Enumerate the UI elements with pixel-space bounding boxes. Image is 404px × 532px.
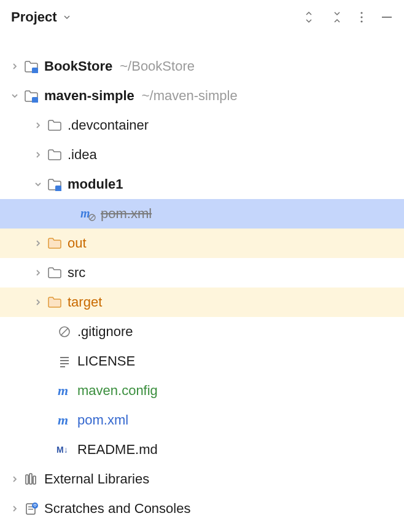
svg-rect-21 — [33, 476, 36, 484]
ignore-file-icon — [56, 325, 72, 338]
svg-point-2 — [360, 20, 362, 22]
tree-item-src[interactable]: src — [0, 258, 404, 288]
tree-label: pom.xml — [101, 206, 152, 222]
svg-point-1 — [360, 16, 362, 18]
chevron-down-icon — [62, 12, 72, 22]
maven-icon: m — [56, 384, 72, 397]
tree-item-bookstore[interactable]: BookStore ~/BookStore — [0, 52, 404, 81]
chevron-down-icon[interactable] — [34, 181, 47, 188]
tree-item-module1[interactable]: module1 — [0, 170, 404, 199]
tree-item-maven-config[interactable]: m maven.config — [0, 376, 404, 405]
tree-label: .idea — [68, 147, 97, 163]
chevron-right-icon[interactable] — [34, 122, 47, 129]
tree-label: out — [68, 235, 87, 251]
folder-icon — [47, 119, 63, 131]
svg-text:m: m — [58, 384, 68, 397]
project-tree: BookStore ~/BookStore maven-simple ~/mav… — [0, 34, 404, 523]
tree-item-scratches[interactable]: Scratches and Consoles — [0, 494, 404, 523]
project-title-group[interactable]: Project — [11, 9, 72, 25]
markdown-icon: M↓ — [56, 444, 72, 455]
maven-ignored-icon: m — [80, 206, 96, 221]
module-folder-icon — [23, 89, 39, 103]
tree-item-external-libraries[interactable]: External Libraries — [0, 464, 404, 494]
tree-label: .gitignore — [77, 324, 133, 340]
tree-item-idea[interactable]: .idea — [0, 140, 404, 170]
excluded-folder-icon — [47, 296, 63, 308]
project-title: Project — [11, 9, 57, 25]
tree-item-target[interactable]: target — [0, 288, 404, 317]
tree-item-module1-pom[interactable]: m pom.xml — [0, 199, 404, 229]
tree-label: External Libraries — [44, 471, 149, 487]
svg-point-0 — [360, 12, 362, 14]
chevron-down-icon[interactable] — [11, 92, 23, 100]
tree-item-license[interactable]: LICENSE — [0, 346, 404, 376]
more-icon[interactable] — [360, 11, 363, 23]
tree-label: .devcontainer — [68, 117, 149, 133]
svg-text:m: m — [80, 206, 90, 220]
tree-item-pom[interactable]: m pom.xml — [0, 405, 404, 435]
project-header: Project — [0, 0, 404, 34]
chevron-right-icon[interactable] — [11, 475, 23, 483]
collapse-all-icon[interactable] — [332, 10, 343, 24]
chevron-right-icon[interactable] — [11, 63, 23, 70]
tree-item-gitignore[interactable]: .gitignore — [0, 317, 404, 346]
chevron-right-icon[interactable] — [34, 151, 47, 158]
chevron-right-icon[interactable] — [11, 505, 23, 512]
chevron-right-icon[interactable] — [34, 299, 47, 306]
svg-text:m: m — [58, 413, 68, 427]
svg-rect-19 — [26, 475, 28, 484]
svg-text:M↓: M↓ — [56, 445, 68, 455]
chevron-right-icon[interactable] — [34, 240, 47, 247]
tree-item-devcontainer[interactable]: .devcontainer — [0, 111, 404, 140]
tree-path: ~/BookStore — [120, 58, 195, 74]
tree-label: module1 — [68, 176, 123, 192]
scratches-icon — [23, 502, 39, 515]
module-folder-icon — [23, 60, 39, 73]
svg-rect-20 — [29, 474, 32, 484]
expand-collapse-icon[interactable] — [303, 10, 314, 24]
folder-icon — [47, 149, 63, 161]
svg-rect-4 — [32, 68, 38, 73]
svg-rect-6 — [55, 186, 61, 191]
maven-icon: m — [56, 413, 72, 427]
tree-label: src — [68, 265, 85, 281]
header-actions — [303, 10, 393, 24]
tree-label: pom.xml — [77, 412, 128, 428]
tree-label: maven.config — [77, 383, 158, 399]
tree-item-out[interactable]: out — [0, 229, 404, 258]
tree-label: README.md — [77, 442, 158, 458]
tree-label: LICENSE — [77, 353, 135, 369]
svg-line-11 — [61, 329, 68, 335]
tree-item-readme[interactable]: M↓ README.md — [0, 435, 404, 464]
tree-label: maven-simple — [44, 88, 134, 104]
excluded-folder-icon — [47, 237, 63, 249]
folder-icon — [47, 267, 63, 279]
tree-label: target — [68, 294, 102, 310]
tree-label: BookStore — [44, 58, 112, 74]
minimize-icon[interactable] — [381, 11, 393, 23]
tree-item-maven-simple[interactable]: maven-simple ~/maven-simple — [0, 81, 404, 111]
tree-path: ~/maven-simple — [142, 88, 238, 104]
chevron-right-icon[interactable] — [34, 269, 47, 276]
libraries-icon — [23, 472, 39, 486]
module-folder-icon — [47, 178, 63, 191]
svg-rect-5 — [32, 97, 38, 103]
tree-label: Scratches and Consoles — [44, 501, 190, 517]
text-file-icon — [56, 354, 72, 368]
